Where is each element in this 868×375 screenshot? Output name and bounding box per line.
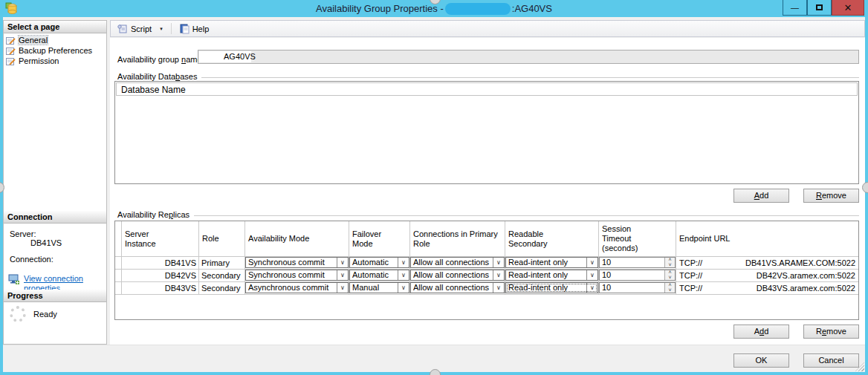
- window-title-prefix: Availability Group Properties -: [316, 3, 444, 14]
- sidebar: Select a page General Backup Preferences…: [3, 20, 107, 345]
- server-instance-cell[interactable]: DB42VS: [122, 270, 199, 282]
- failover-mode-select[interactable]: Automatic∨: [349, 270, 409, 281]
- chevron-down-icon[interactable]: ∨: [337, 270, 348, 280]
- redaction-blob: [445, 3, 511, 15]
- help-icon: [179, 24, 190, 34]
- sidebar-item-label: Backup Preferences: [19, 46, 92, 55]
- page-icon: [6, 36, 16, 45]
- connections-primary-select[interactable]: Allow all connections∨: [410, 282, 505, 293]
- connection-panel: Server: DB41VS Connection: View connecti…: [4, 229, 106, 293]
- group-divider: [201, 77, 859, 78]
- maximize-button[interactable]: [807, 0, 832, 16]
- chevron-down-icon[interactable]: ∨: [586, 270, 597, 280]
- session-timeout-stepper[interactable]: 10˄˅: [599, 270, 676, 281]
- database-remove-button[interactable]: Remove: [803, 189, 859, 203]
- main-panel: Script ▾ Help Availability group name:: [110, 20, 865, 345]
- failover-mode-select[interactable]: Manual∨: [349, 282, 409, 293]
- availability-group-name-value: AG40VS: [224, 52, 256, 61]
- script-dropdown-arrow-icon[interactable]: ▾: [157, 26, 166, 32]
- col-server-instance[interactable]: Server Instance: [122, 221, 199, 257]
- sidebar-item-backup-preferences[interactable]: Backup Preferences: [4, 45, 106, 56]
- col-role[interactable]: Role: [199, 221, 245, 257]
- readable-secondary-select[interactable]: Read-intent only∨: [505, 270, 598, 281]
- failover-mode-select[interactable]: Automatic∨: [349, 257, 409, 268]
- connections-primary-select[interactable]: Allow all connections∨: [410, 257, 505, 268]
- endpoint-url-cell[interactable]: TCP://DB41VS.ARAMEX.COM:5022: [676, 257, 858, 270]
- row-selector[interactable]: [115, 282, 122, 295]
- availability-mode-select[interactable]: Synchronous commit∨: [245, 270, 349, 281]
- cancel-button[interactable]: Cancel: [803, 353, 859, 368]
- script-label: Script: [131, 25, 152, 33]
- col-connections-primary-role[interactable]: Connections in Primary Role: [410, 221, 505, 257]
- maximize-icon: [816, 4, 823, 10]
- database-buttons: Add Remove: [733, 189, 859, 203]
- chevron-down-icon[interactable]: ∨: [398, 258, 409, 267]
- help-button[interactable]: Help: [177, 23, 212, 35]
- toolbar: Script ▾ Help: [110, 20, 865, 37]
- page-list: General Backup Preferences Permission: [4, 35, 106, 66]
- col-readable-secondary[interactable]: Readable Secondary: [505, 221, 599, 257]
- chevron-down-icon[interactable]: ∨: [586, 258, 597, 267]
- row-header-column: [115, 221, 122, 257]
- database-name-column-header[interactable]: Database Name: [116, 82, 858, 96]
- chevron-down-icon[interactable]: ∨: [398, 270, 409, 280]
- close-button[interactable]: ✕: [832, 0, 864, 16]
- role-cell: Secondary: [199, 282, 245, 295]
- spin-down-icon[interactable]: ˅: [665, 288, 675, 293]
- replica-buttons: Add Remove: [733, 325, 859, 339]
- availability-mode-select[interactable]: Synchronous commit∨: [245, 257, 349, 268]
- minimize-icon: —: [791, 3, 799, 12]
- connection-label: Connection:: [4, 255, 106, 264]
- chevron-down-icon[interactable]: ∨: [493, 283, 504, 293]
- row-selector[interactable]: [115, 257, 122, 270]
- readable-secondary-select[interactable]: Read-intent only∨: [505, 282, 598, 293]
- chevron-down-icon[interactable]: ∨: [398, 283, 409, 293]
- sidebar-item-label: General: [19, 36, 48, 45]
- toolbar-separator: [171, 23, 172, 34]
- session-timeout-stepper[interactable]: 10˄˅: [599, 282, 676, 293]
- row-selector[interactable]: [115, 270, 122, 282]
- chevron-down-icon[interactable]: ∨: [586, 283, 597, 293]
- replica-remove-button[interactable]: Remove: [803, 325, 859, 339]
- spin-down-icon[interactable]: ˅: [665, 263, 675, 268]
- readable-secondary-select[interactable]: Read-intent only∨: [505, 257, 598, 268]
- capture-handle: [430, 369, 441, 375]
- sidebar-item-permission[interactable]: Permission: [4, 56, 106, 66]
- database-list[interactable]: Database Name: [114, 81, 859, 184]
- availability-mode-select[interactable]: Asynchronous commit∨: [245, 282, 349, 293]
- server-instance-cell[interactable]: DB41VS: [122, 257, 199, 270]
- chevron-down-icon[interactable]: ∨: [337, 258, 348, 267]
- endpoint-url-cell[interactable]: TCP://DB43VS.aramex.com:5022: [676, 282, 858, 295]
- connections-primary-select[interactable]: Allow all connections∨: [410, 270, 505, 281]
- minimize-button[interactable]: —: [783, 0, 807, 16]
- availability-databases-label: Availability Databases: [117, 72, 197, 81]
- chevron-down-icon[interactable]: ∨: [337, 283, 348, 293]
- availability-replicas-group: Availability Replicas: [117, 210, 859, 219]
- server-value: DB41VS: [4, 238, 106, 247]
- database-add-button[interactable]: Add: [733, 189, 789, 203]
- chevron-down-icon[interactable]: ∨: [493, 270, 504, 280]
- col-availability-mode[interactable]: Availability Mode: [245, 221, 349, 257]
- availability-group-name-field[interactable]: AG40VS: [198, 50, 859, 64]
- script-button[interactable]: Script: [114, 23, 154, 35]
- replica-add-button[interactable]: Add: [733, 325, 789, 339]
- chevron-down-icon[interactable]: ∨: [493, 258, 504, 267]
- availability-databases-group: Availability Databases: [117, 72, 859, 81]
- connection-panel-header: Connection: [4, 211, 106, 224]
- col-endpoint-url[interactable]: Endpoint URL: [676, 221, 858, 257]
- spin-down-icon[interactable]: ˅: [665, 275, 675, 281]
- sidebar-item-general[interactable]: General: [4, 35, 106, 45]
- server-label: Server:: [4, 229, 106, 238]
- availability-group-properties-window: Availability Group Properties - :AG40VS …: [0, 0, 868, 375]
- role-cell: Primary: [199, 257, 245, 270]
- col-failover-mode[interactable]: Failover Mode: [349, 221, 410, 257]
- select-a-page-header: Select a page: [4, 21, 106, 33]
- server-instance-cell[interactable]: DB43VS: [122, 282, 199, 295]
- endpoint-url-cell[interactable]: TCP://DB42VS.aramex.com:5022: [676, 270, 858, 282]
- col-session-timeout[interactable]: Session Timeout (seconds): [599, 221, 676, 257]
- ok-button[interactable]: OK: [733, 353, 789, 368]
- dialog-buttons: OK Cancel: [733, 353, 859, 368]
- session-timeout-stepper[interactable]: 10˄˅: [599, 257, 676, 268]
- window-title-suffix: :AG40VS: [512, 3, 552, 14]
- progress-panel-header: Progress: [4, 290, 106, 302]
